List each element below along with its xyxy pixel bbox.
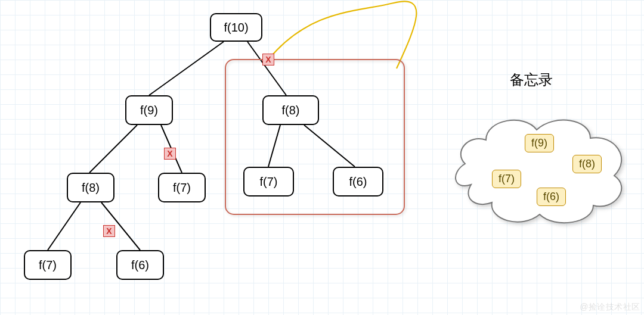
memo-chip-f7: f(7) (492, 170, 521, 188)
memo-chip-f6: f(6) (537, 188, 566, 206)
node-f7-mid: f(7) (158, 173, 206, 202)
node-f6-rightsub: f(6) (333, 167, 383, 197)
memo-chip-f9: f(9) (525, 134, 554, 152)
memo-title: 备忘录 (510, 70, 553, 89)
svg-line-0 (149, 42, 224, 95)
node-f8-right: f(8) (262, 95, 319, 125)
svg-line-1 (247, 42, 286, 95)
node-f9-left: f(9) (125, 95, 173, 125)
watermark: @捡诠技术社区 (580, 302, 640, 313)
memo-chip-f8: f(8) (572, 155, 602, 173)
svg-line-2 (89, 125, 137, 173)
node-f7-rightsub: f(7) (243, 167, 294, 197)
prune-marker-icon: X (262, 54, 274, 66)
node-f8-left: f(8) (67, 173, 114, 202)
svg-line-4 (48, 202, 80, 250)
prune-marker-icon: X (103, 225, 115, 237)
node-f7-bottomleft: f(7) (24, 250, 72, 280)
svg-line-6 (268, 125, 280, 167)
diagram-svg (0, 0, 644, 315)
node-f6-bottomright: f(6) (116, 250, 164, 280)
svg-line-7 (304, 125, 355, 167)
prune-marker-icon: X (164, 148, 176, 160)
node-f10: f(10) (210, 13, 262, 42)
